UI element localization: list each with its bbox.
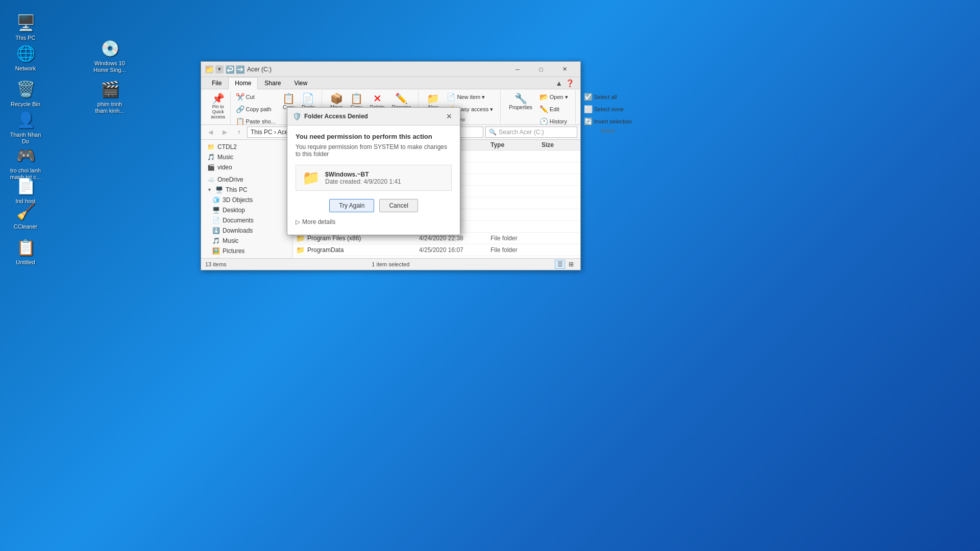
dialog-overlay: 🛡️ Folder Access Denied ✕ You need permi… <box>0 0 980 551</box>
dialog-buttons: Try Again Cancel <box>296 199 452 212</box>
dialog-file-info: 📁 $Windows.~BT Date created: 4/9/2020 1:… <box>296 165 452 191</box>
more-details-label: More details <box>302 218 335 226</box>
dialog-file-details: $Windows.~BT Date created: 4/9/2020 1:41 <box>325 171 401 185</box>
dialog-sub-message: You require permission from SYSTEM to ma… <box>296 143 452 158</box>
folder-access-denied-dialog: 🛡️ Folder Access Denied ✕ You need permi… <box>287 107 460 235</box>
dialog-filename: $Windows.~BT <box>325 171 401 178</box>
dialog-date-created: Date created: 4/9/2020 1:41 <box>325 178 401 185</box>
dialog-body: You need permission to perform this acti… <box>287 126 460 235</box>
dialog-file-icon: 📁 <box>302 169 320 186</box>
dialog-title-bar: 🛡️ Folder Access Denied ✕ <box>287 108 460 126</box>
dialog-close-button[interactable]: ✕ <box>444 111 455 122</box>
try-again-button[interactable]: Try Again <box>329 199 374 212</box>
dialog-title-icon: 🛡️ <box>292 112 301 120</box>
dialog-title-text: Folder Access Denied <box>304 113 440 120</box>
expand-icon: ▷ <box>296 218 300 226</box>
dialog-main-message: You need permission to perform this acti… <box>296 133 452 140</box>
more-details-toggle[interactable]: ▷ More details <box>296 216 452 228</box>
cancel-button[interactable]: Cancel <box>379 199 418 212</box>
